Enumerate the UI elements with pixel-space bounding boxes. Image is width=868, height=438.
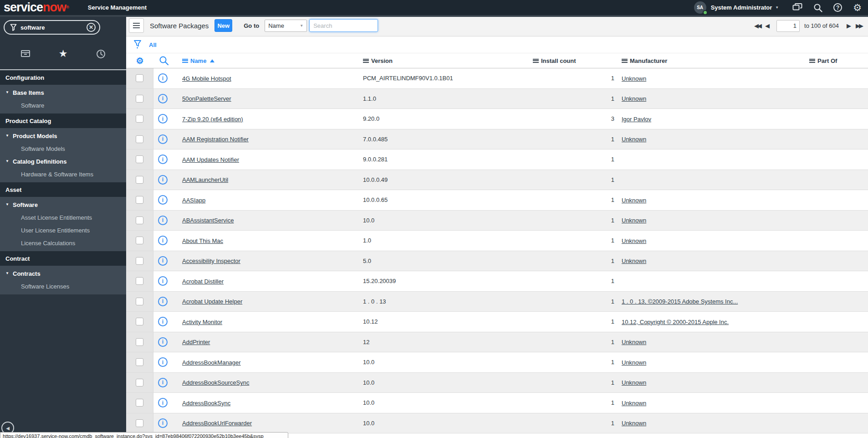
manufacturer-link[interactable]: Unknown — [622, 420, 646, 427]
manufacturer-link[interactable]: Unknown — [622, 359, 646, 366]
info-icon[interactable]: i — [158, 276, 168, 286]
row-checkbox[interactable] — [136, 358, 143, 366]
help-icon[interactable]: ? — [833, 3, 842, 12]
manufacturer-link[interactable]: Unknown — [622, 258, 646, 264]
tab-history[interactable] — [92, 45, 110, 63]
software-name-link[interactable]: AAM Registration Notifier — [182, 136, 249, 143]
clear-filter-icon[interactable]: ✕ — [87, 23, 96, 32]
software-name-link[interactable]: AAM Updates Notifier — [182, 156, 239, 163]
software-name-link[interactable]: AddressBookManager — [182, 359, 241, 366]
row-checkbox[interactable] — [136, 176, 143, 184]
info-icon[interactable]: i — [158, 195, 168, 205]
manufacturer-link[interactable]: Unknown — [622, 75, 646, 82]
tab-favorites[interactable]: ★ — [54, 45, 72, 63]
manufacturer-link[interactable]: Unknown — [622, 237, 646, 244]
user-avatar[interactable]: SA — [694, 1, 706, 14]
next-page-button[interactable]: ▶ — [844, 22, 853, 29]
software-name-link[interactable]: AddressBookUrlForwarder — [182, 420, 252, 427]
chevron-down-icon[interactable]: ▼ — [775, 5, 779, 10]
software-name-link[interactable]: AddressBookSync — [182, 400, 230, 407]
manufacturer-link[interactable]: Unknown — [622, 339, 646, 345]
nav-group-base-items[interactable]: ▼Base Items — [0, 86, 126, 99]
settings-gear-icon[interactable]: ⚙ — [853, 3, 862, 12]
software-name-link[interactable]: About This Mac — [182, 237, 223, 244]
software-name-link[interactable]: Accessibility Inspector — [182, 258, 240, 264]
sidebar-item-software-models[interactable]: Software Models — [0, 142, 126, 155]
manufacturer-link[interactable]: Igor Pavlov — [622, 116, 651, 123]
software-name-link[interactable]: 7-Zip 9.20 (x64 edition) — [182, 116, 243, 123]
column-header-install-count[interactable]: Install count — [531, 57, 618, 64]
row-checkbox[interactable] — [136, 257, 143, 265]
conversations-icon[interactable] — [792, 3, 802, 12]
info-icon[interactable]: i — [158, 216, 168, 225]
sidebar-item-asset-license-entitlements[interactable]: Asset License Entitlements — [0, 211, 126, 224]
row-checkbox[interactable] — [136, 318, 143, 325]
row-checkbox[interactable] — [136, 115, 143, 123]
software-name-link[interactable]: 4G Mobile Hotspot — [182, 75, 231, 82]
row-checkbox[interactable] — [136, 379, 143, 386]
goto-field-select[interactable]: Name ▼ — [265, 20, 307, 32]
row-checkbox[interactable] — [136, 399, 143, 407]
software-name-link[interactable]: Acrobat Update Helper — [182, 298, 242, 305]
info-icon[interactable]: i — [158, 114, 168, 124]
global-search-icon[interactable] — [813, 3, 822, 12]
row-checkbox[interactable] — [136, 135, 143, 143]
page-number-input[interactable] — [776, 20, 800, 32]
navigator-filter-box[interactable]: software ✕ — [4, 20, 100, 35]
manufacturer-link[interactable]: Unknown — [622, 217, 646, 224]
last-page-button[interactable]: ▶▶ — [853, 22, 864, 29]
info-icon[interactable]: i — [158, 297, 168, 306]
sidebar-item-software-licenses[interactable]: Software Licenses — [0, 280, 126, 293]
row-checkbox[interactable] — [136, 298, 143, 305]
software-name-link[interactable]: AASIapp — [182, 197, 205, 204]
manufacturer-link[interactable]: Unknown — [622, 95, 646, 102]
goto-search-input[interactable] — [309, 19, 378, 32]
info-icon[interactable]: i — [158, 94, 168, 103]
info-icon[interactable]: i — [158, 73, 168, 83]
tab-all-applications[interactable] — [16, 45, 35, 63]
row-checkbox[interactable] — [136, 419, 143, 427]
info-icon[interactable]: i — [158, 256, 168, 266]
software-name-link[interactable]: AddressBookSourceSync — [182, 379, 249, 386]
info-icon[interactable]: i — [158, 357, 168, 367]
navigator-filter-value[interactable]: software — [20, 24, 87, 31]
software-name-link[interactable]: AAMLauncherUtil — [182, 176, 228, 183]
row-checkbox[interactable] — [136, 74, 143, 82]
new-button[interactable]: New — [214, 19, 232, 32]
previous-page-button[interactable]: ◀ — [763, 22, 772, 29]
manufacturer-link[interactable]: Unknown — [622, 136, 646, 143]
personalize-list-gear-icon[interactable]: ⚙ — [126, 56, 153, 66]
nav-group-software[interactable]: ▼Software — [0, 198, 126, 211]
row-checkbox[interactable] — [136, 237, 143, 244]
breadcrumb-funnel-icon[interactable] — [133, 40, 142, 50]
info-icon[interactable]: i — [158, 378, 168, 387]
sidebar-item-license-calculations[interactable]: License Calculations — [0, 237, 126, 249]
manufacturer-link[interactable]: 1 . 0 . 13, ©2009-2015 Adobe Systems Inc… — [622, 298, 738, 305]
column-header-version[interactable]: Version — [363, 57, 531, 64]
manufacturer-link[interactable]: 10.12, Copyright © 2000-2015 Apple Inc. — [622, 319, 729, 325]
nav-group-contracts[interactable]: ▼Contracts — [0, 267, 126, 280]
row-checkbox[interactable] — [136, 338, 143, 346]
info-icon[interactable]: i — [158, 418, 168, 428]
row-checkbox[interactable] — [136, 95, 143, 103]
column-header-name[interactable]: Name — [182, 57, 363, 64]
software-name-link[interactable]: Acrobat Distiller — [182, 278, 224, 285]
sidebar-item-user-license-entitlements[interactable]: User License Entitlements — [0, 224, 126, 237]
info-icon[interactable]: i — [158, 236, 168, 245]
breadcrumb-all-link[interactable]: All — [149, 41, 157, 48]
first-page-button[interactable]: ◀◀ — [752, 22, 763, 29]
sidebar-item-software[interactable]: Software — [0, 99, 126, 112]
user-menu[interactable]: System Administrator — [711, 4, 772, 11]
list-context-menu-button[interactable] — [129, 18, 144, 33]
sidebar-item-hardware-software-items[interactable]: Hardware & Software Items — [0, 168, 126, 180]
manufacturer-link[interactable]: Unknown — [622, 379, 646, 386]
row-checkbox[interactable] — [136, 277, 143, 285]
info-icon[interactable]: i — [158, 398, 168, 407]
software-name-link[interactable]: ABAssistantService — [182, 217, 234, 224]
row-checkbox[interactable] — [136, 216, 143, 224]
info-icon[interactable]: i — [158, 337, 168, 347]
info-icon[interactable]: i — [158, 155, 168, 164]
software-name-link[interactable]: Activity Monitor — [182, 319, 222, 325]
info-icon[interactable]: i — [158, 175, 168, 185]
manufacturer-link[interactable]: Unknown — [622, 197, 646, 204]
